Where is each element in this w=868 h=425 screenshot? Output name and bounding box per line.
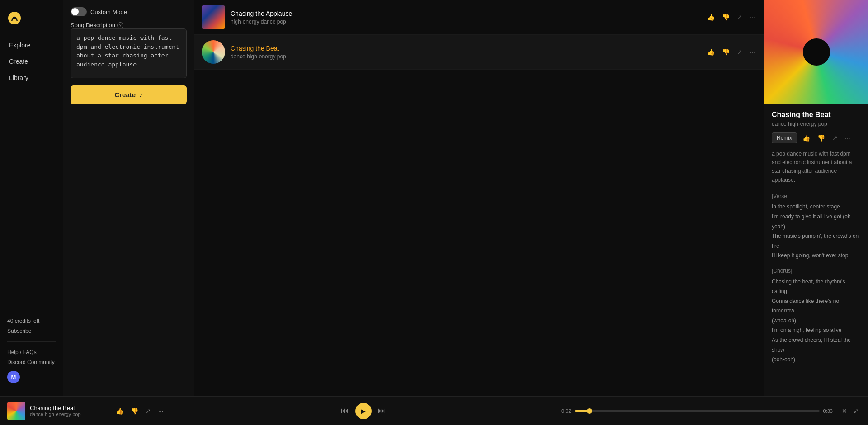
right-panel: Chasing the Beat dance high-energy pop R… [764,0,868,396]
verse-line-3: The music's pumpin', the crowd's on fire [772,231,861,251]
track-actions-row: Remix 👍 👎 ↗ ··· [772,132,861,143]
song-info: Chasing the Beat dance high-energy pop [231,45,700,60]
player-thumbdown-button[interactable]: 👎 [129,406,140,416]
player-share-button[interactable]: ↗ [144,406,153,416]
chorus-tag: [Chorus] [772,266,861,276]
sidebar-nav: Explore Create Library [0,38,63,312]
player-title: Chasing the Beat [30,405,81,411]
player-next-button[interactable]: ⏭ [374,404,390,417]
center-panel: Chasing the Applause high-energy dance p… [194,0,764,396]
chorus-line-6: (ooh-ooh) [772,355,861,365]
thumbup-icon: 👍 [707,14,715,21]
close-player-button[interactable]: ✕ [840,406,849,416]
total-time: 0:33 [823,408,833,414]
create-button[interactable]: Create ♪ [71,85,187,104]
song-info: Chasing the Applause high-energy dance p… [231,10,700,25]
song-actions: 👍 👎 ↗ ··· [705,12,757,23]
song-thumbnail [202,5,225,29]
sidebar-bottom: 40 credits left Subscribe Help / FAQs Di… [0,312,63,389]
track-thumbdown-button[interactable]: 👎 [816,132,827,143]
remix-button[interactable]: Remix [772,132,797,143]
share-button[interactable]: ↗ [735,12,744,23]
player-play-button[interactable]: ▶ [355,403,372,419]
user-avatar[interactable]: M [7,371,20,383]
prev-icon: ⏮ [341,406,349,416]
progress-bar[interactable] [575,410,819,412]
track-info-panel: Chasing the Beat dance high-energy pop R… [764,104,868,396]
verse-line-4: I'll keep it going, won't ever stop [772,251,861,261]
custom-mode-switch[interactable] [71,7,87,16]
sidebar-item-explore[interactable]: Explore [4,38,59,52]
track-more-button[interactable]: ··· [843,132,852,143]
thumbup-button[interactable]: 👍 [705,47,717,57]
info-icon[interactable]: ? [117,22,123,28]
thumbup-icon: 👍 [116,407,123,415]
song-item[interactable]: Chasing the Beat dance high-energy pop 👍… [194,35,764,70]
expand-player-button[interactable]: ⤢ [852,406,861,416]
music-note-icon: ♪ [139,91,143,99]
player-track-text: Chasing the Beat dance high-energy pop [30,405,81,417]
song-description-section: Song Description ? [71,22,187,80]
verse-tag: [Verse] [772,192,861,202]
track-description: a pop dance music with fast dpm and elec… [772,150,861,184]
player-more-button[interactable]: ··· [156,406,165,416]
help-link[interactable]: Help / FAQs [7,349,56,355]
thumbdown-button[interactable]: 👎 [720,12,731,23]
share-icon: ↗ [737,48,742,56]
left-panel: Custom Mode Song Description ? Create ♪ [63,0,194,396]
subscribe-button[interactable]: Subscribe [7,328,56,334]
more-button[interactable]: ··· [748,47,757,57]
next-icon: ⏭ [378,406,386,416]
chorus-line-5: As the crowd cheers, I'll steal the show [772,335,861,355]
credits-display: 40 credits left [7,318,56,324]
thumbdown-icon: 👎 [131,407,138,415]
player-prev-button[interactable]: ⏮ [337,404,353,417]
player-track-info: Chasing the Beat dance high-energy pop [7,402,107,420]
player-actions-left: 👍 👎 ↗ ··· [114,406,165,416]
discord-link[interactable]: Discord Community [7,359,56,365]
share-icon: ↗ [832,134,838,142]
sidebar-divider [7,341,56,342]
sidebar-item-create[interactable]: Create [4,54,59,69]
share-button[interactable]: ↗ [735,47,744,57]
current-time: 0:02 [561,408,571,414]
thumbdown-button[interactable]: 👎 [720,47,731,57]
song-title: Chasing the Beat [231,45,700,52]
album-art [764,0,868,104]
player-thumbup-button[interactable]: 👍 [114,406,125,416]
thumbup-icon: 👍 [802,134,810,142]
thumbup-button[interactable]: 👍 [705,12,717,23]
thumbdown-icon: 👎 [817,134,825,142]
chorus-line-4: I'm on a high, feeling so alive [772,326,861,335]
more-icon: ··· [158,407,164,415]
thumbdown-icon: 👎 [722,48,730,56]
expand-icon: ⤢ [854,407,859,415]
custom-mode-toggle[interactable]: Custom Mode [71,7,187,16]
song-item[interactable]: Chasing the Applause high-energy dance p… [194,0,764,35]
sidebar-item-library[interactable]: Library [4,71,59,85]
chorus-line-2: Gonna dance like there's no tomorrow [772,297,861,316]
lyrics-section: [Verse] In the spotlight, center stage I… [772,192,861,365]
thumbdown-icon: 👎 [722,14,730,21]
more-icon: ··· [750,14,755,21]
song-genre: high-energy dance pop [231,19,700,25]
song-description-input[interactable] [71,28,187,78]
album-art-hole [803,38,830,66]
track-thumbup-button[interactable]: 👍 [801,132,812,143]
song-title: Chasing the Applause [231,10,700,17]
svg-point-1 [13,17,16,19]
textarea-container [71,28,187,80]
more-button[interactable]: ··· [748,12,757,23]
custom-mode-label: Custom Mode [90,9,127,15]
player-genre: dance high-energy pop [30,411,81,417]
verse-line-1: In the spotlight, center stage [772,202,861,212]
song-thumbnail [202,40,225,64]
close-icon: ✕ [842,407,847,415]
play-icon: ▶ [361,407,366,415]
song-actions: 👍 👎 ↗ ··· [705,47,757,57]
track-share-button[interactable]: ↗ [830,132,840,143]
verse-line-2: I'm ready to give it all I've got (oh-ye… [772,212,861,231]
app-logo[interactable] [0,7,63,38]
chorus-line-1: Chasing the beat, the rhythm's calling [772,277,861,297]
song-description-label: Song Description ? [71,22,187,28]
